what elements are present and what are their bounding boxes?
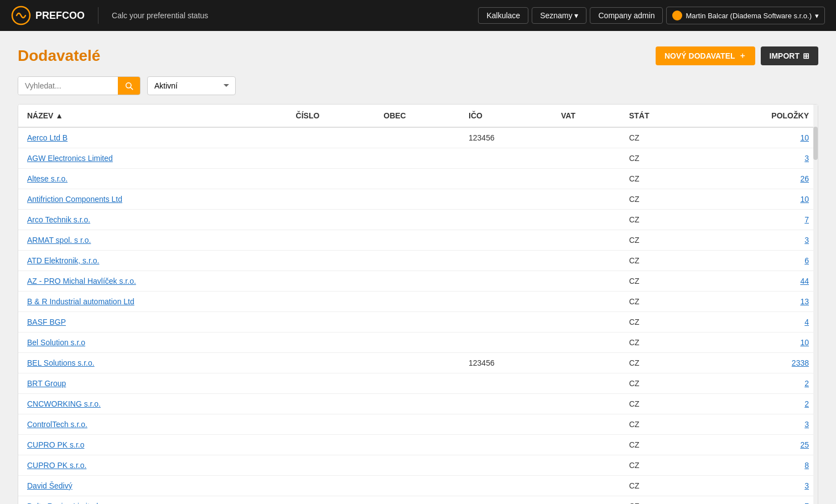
polozky-link[interactable]: 13 xyxy=(800,297,809,306)
supplier-link[interactable]: AGW Electronics Limited xyxy=(27,154,113,163)
nav-company-admin[interactable]: Company admin xyxy=(590,7,663,24)
cell-name: CNCWORKING s.r.o. xyxy=(18,394,287,414)
cell-stat: CZ xyxy=(620,271,700,292)
col-nazev[interactable]: NÁZEV ▲ xyxy=(18,105,287,127)
polozky-link[interactable]: 3 xyxy=(804,420,809,429)
col-polozky[interactable]: POLOŽKY xyxy=(700,105,818,127)
supplier-link[interactable]: Aerco Ltd B xyxy=(27,133,67,142)
cell-obec xyxy=(375,353,460,373)
polozky-link[interactable]: 2338 xyxy=(792,358,809,367)
nav-seznamy[interactable]: Seznamy ▾ xyxy=(532,7,586,24)
logo-text: PREFCOO xyxy=(35,10,85,22)
table-header: NÁZEV ▲ ČÍSLO OBEC IČO VAT STÁT POLOŽKY xyxy=(18,105,818,127)
cell-cislo xyxy=(287,148,375,169)
col-ico[interactable]: IČO xyxy=(460,105,552,127)
polozky-link[interactable]: 6 xyxy=(804,256,809,265)
cell-name: ARMAT spol. s r.o. xyxy=(18,230,287,251)
cell-stat: CZ xyxy=(620,476,700,496)
scrollbar[interactable] xyxy=(813,105,818,504)
supplier-link[interactable]: David Šedivý xyxy=(27,481,72,490)
col-cislo[interactable]: ČÍSLO xyxy=(287,105,375,127)
polozky-link[interactable]: 10 xyxy=(800,338,809,347)
cell-polozky: 2 xyxy=(700,394,818,414)
cell-polozky: 3 xyxy=(700,476,818,496)
search-input[interactable] xyxy=(18,77,118,95)
header-divider xyxy=(98,7,98,24)
polozky-link[interactable]: 26 xyxy=(800,174,809,183)
user-menu[interactable]: Martin Balcar (Diadema Software s.r.o.) … xyxy=(666,7,825,24)
col-obec[interactable]: OBEC xyxy=(375,105,460,127)
table-row: ARMAT spol. s r.o. CZ 3 xyxy=(18,230,818,251)
polozky-link[interactable]: 25 xyxy=(800,440,809,449)
polozky-link[interactable]: 7 xyxy=(804,215,809,224)
polozky-link[interactable]: 7 xyxy=(804,502,809,504)
polozky-link[interactable]: 2 xyxy=(804,379,809,388)
cell-name: CUPRO PK s.r.o. xyxy=(18,455,287,476)
cell-ico xyxy=(460,292,552,312)
polozky-link[interactable]: 44 xyxy=(800,277,809,285)
supplier-link[interactable]: BEL Solutions s.r.o. xyxy=(27,358,95,367)
status-filter[interactable]: Aktivní Neaktivní Všechny xyxy=(147,76,236,95)
table-row: CNCWORKING s.r.o. CZ 2 xyxy=(18,394,818,414)
cell-stat: CZ xyxy=(620,455,700,476)
polozky-link[interactable]: 10 xyxy=(800,133,809,142)
supplier-link[interactable]: CUPRO PK s.r.o xyxy=(27,440,84,449)
polozky-link[interactable]: 3 xyxy=(804,154,809,163)
cell-obec xyxy=(375,271,460,292)
import-icon: ⊞ xyxy=(803,51,809,60)
polozky-link[interactable]: 2 xyxy=(804,399,809,408)
cell-name: BASF BGP xyxy=(18,312,287,332)
supplier-link[interactable]: B & R Industrial automation Ltd xyxy=(27,297,134,306)
search-button[interactable] xyxy=(118,77,140,95)
supplier-link[interactable]: BASF BGP xyxy=(27,318,66,326)
supplier-link[interactable]: Altese s.r.o. xyxy=(27,174,67,183)
import-button[interactable]: IMPORT ⊞ xyxy=(761,46,818,65)
cell-ico xyxy=(460,394,552,414)
polozky-link[interactable]: 3 xyxy=(804,481,809,490)
col-stat[interactable]: STÁT xyxy=(620,105,700,127)
cell-name: David Šedivý xyxy=(18,476,287,496)
supplier-link[interactable]: Antifriction Components Ltd xyxy=(27,195,122,204)
cell-vat xyxy=(552,496,620,505)
main-content: Dodavatelé NOVÝ DODAVATEL ＋ IMPORT ⊞ A xyxy=(0,31,836,504)
scrollbar-thumb[interactable] xyxy=(813,127,818,160)
nav-kalkulace[interactable]: Kalkulace xyxy=(478,7,528,24)
logo[interactable]: PREFCOO xyxy=(11,6,85,25)
cell-polozky: 3 xyxy=(700,414,818,435)
supplier-link[interactable]: Bel Solution s.r.o xyxy=(27,338,85,347)
cell-obec xyxy=(375,312,460,332)
cell-name: Antifriction Components Ltd xyxy=(18,189,287,210)
polozky-link[interactable]: 8 xyxy=(804,461,809,470)
supplier-link[interactable]: Arco Technik s.r.o. xyxy=(27,215,90,224)
polozky-link[interactable]: 4 xyxy=(804,318,809,326)
col-vat[interactable]: VAT xyxy=(552,105,620,127)
cell-obec xyxy=(375,169,460,189)
cell-cislo xyxy=(287,373,375,394)
supplier-link[interactable]: Delta Resins Limited xyxy=(27,502,98,504)
cell-stat: CZ xyxy=(620,353,700,373)
cell-cislo xyxy=(287,271,375,292)
supplier-link[interactable]: ARMAT spol. s r.o. xyxy=(27,236,91,245)
supplier-link[interactable]: ControlTech s.r.o. xyxy=(27,420,87,429)
cell-vat xyxy=(552,332,620,353)
new-dodavatel-button[interactable]: NOVÝ DODAVATEL ＋ xyxy=(656,46,755,65)
supplier-link[interactable]: AZ - PRO Michal Havlíček s.r.o. xyxy=(27,277,136,285)
cell-ico xyxy=(460,435,552,455)
cell-cislo xyxy=(287,394,375,414)
cell-ico: 123456 xyxy=(460,127,552,148)
supplier-link[interactable]: CNCWORKING s.r.o. xyxy=(27,399,101,408)
cell-ico xyxy=(460,455,552,476)
cell-obec xyxy=(375,332,460,353)
cell-vat xyxy=(552,373,620,394)
table-body: Aerco Ltd B 123456 CZ 10 AGW Electronics… xyxy=(18,127,818,504)
cell-vat xyxy=(552,435,620,455)
supplier-link[interactable]: BRT Group xyxy=(27,379,66,388)
search-icon xyxy=(124,81,133,90)
polozky-link[interactable]: 10 xyxy=(800,195,809,204)
cell-obec xyxy=(375,373,460,394)
polozky-link[interactable]: 3 xyxy=(804,236,809,245)
supplier-link[interactable]: CUPRO PK s.r.o. xyxy=(27,461,86,470)
cell-name: Altese s.r.o. xyxy=(18,169,287,189)
supplier-link[interactable]: ATD Elektronik, s.r.o. xyxy=(27,256,99,265)
table-row: ControlTech s.r.o. CZ 3 xyxy=(18,414,818,435)
